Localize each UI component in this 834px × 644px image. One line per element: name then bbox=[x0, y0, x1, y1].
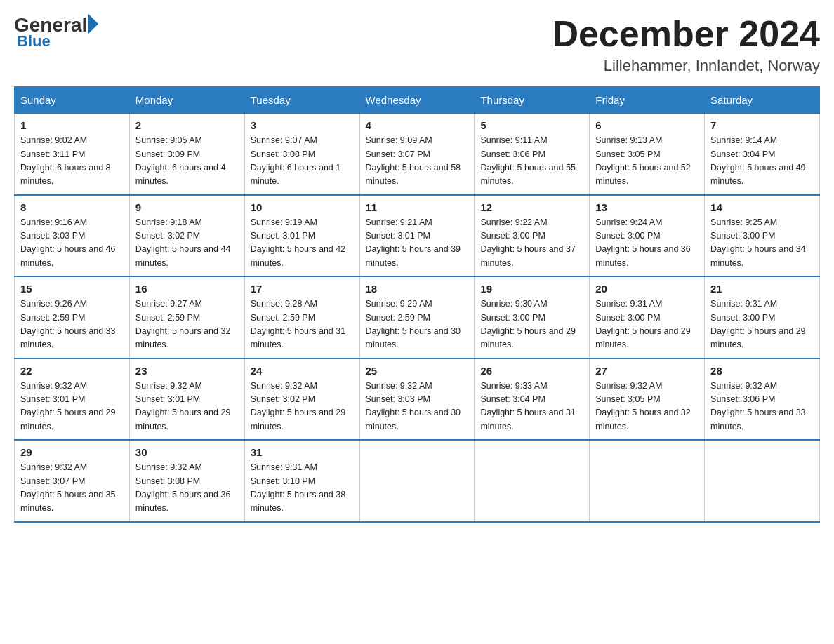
week-row-1: 1 Sunrise: 9:02 AM Sunset: 3:11 PM Dayli… bbox=[15, 114, 820, 195]
day-info: Sunrise: 9:21 AM Sunset: 3:01 PM Dayligh… bbox=[366, 216, 469, 271]
day-number: 16 bbox=[135, 283, 239, 295]
col-friday: Friday bbox=[590, 87, 705, 114]
calendar-cell bbox=[475, 440, 590, 522]
day-info: Sunrise: 9:18 AM Sunset: 3:02 PM Dayligh… bbox=[135, 216, 239, 271]
calendar-cell: 5 Sunrise: 9:11 AM Sunset: 3:06 PM Dayli… bbox=[475, 114, 590, 195]
day-info: Sunrise: 9:31 AM Sunset: 3:00 PM Dayligh… bbox=[595, 297, 699, 352]
day-number: 21 bbox=[710, 283, 814, 295]
day-info: Sunrise: 9:24 AM Sunset: 3:00 PM Dayligh… bbox=[595, 216, 699, 271]
calendar-cell: 4 Sunrise: 9:09 AM Sunset: 3:07 PM Dayli… bbox=[359, 114, 475, 195]
calendar-cell bbox=[705, 440, 820, 522]
day-number: 11 bbox=[366, 201, 469, 213]
week-row-2: 8 Sunrise: 9:16 AM Sunset: 3:03 PM Dayli… bbox=[15, 195, 820, 277]
col-monday: Monday bbox=[129, 87, 244, 114]
week-row-5: 29 Sunrise: 9:32 AM Sunset: 3:07 PM Dayl… bbox=[15, 440, 820, 522]
calendar-cell: 24 Sunrise: 9:32 AM Sunset: 3:02 PM Dayl… bbox=[244, 358, 359, 441]
day-number: 17 bbox=[251, 283, 354, 295]
calendar-cell bbox=[590, 440, 705, 522]
day-info: Sunrise: 9:27 AM Sunset: 2:59 PM Dayligh… bbox=[135, 297, 239, 352]
day-info: Sunrise: 9:07 AM Sunset: 3:08 PM Dayligh… bbox=[251, 134, 354, 189]
day-number: 19 bbox=[480, 283, 583, 295]
day-info: Sunrise: 9:09 AM Sunset: 3:07 PM Dayligh… bbox=[366, 134, 469, 189]
day-info: Sunrise: 9:05 AM Sunset: 3:09 PM Dayligh… bbox=[135, 134, 239, 189]
calendar-cell: 16 Sunrise: 9:27 AM Sunset: 2:59 PM Dayl… bbox=[129, 276, 244, 358]
day-number: 25 bbox=[366, 365, 469, 377]
calendar-cell: 13 Sunrise: 9:24 AM Sunset: 3:00 PM Dayl… bbox=[590, 195, 705, 277]
day-info: Sunrise: 9:31 AM Sunset: 3:00 PM Dayligh… bbox=[710, 297, 814, 352]
day-info: Sunrise: 9:31 AM Sunset: 3:10 PM Dayligh… bbox=[251, 461, 354, 516]
day-info: Sunrise: 9:29 AM Sunset: 2:59 PM Dayligh… bbox=[366, 297, 469, 352]
calendar-cell: 10 Sunrise: 9:19 AM Sunset: 3:01 PM Dayl… bbox=[244, 195, 359, 277]
calendar-cell: 1 Sunrise: 9:02 AM Sunset: 3:11 PM Dayli… bbox=[15, 114, 130, 195]
calendar-cell: 22 Sunrise: 9:32 AM Sunset: 3:01 PM Dayl… bbox=[15, 358, 130, 441]
day-number: 4 bbox=[366, 119, 469, 131]
calendar-cell: 27 Sunrise: 9:32 AM Sunset: 3:05 PM Dayl… bbox=[590, 358, 705, 441]
col-sunday: Sunday bbox=[15, 87, 130, 114]
logo-blue-text: Blue bbox=[17, 32, 51, 51]
day-info: Sunrise: 9:19 AM Sunset: 3:01 PM Dayligh… bbox=[251, 216, 354, 271]
day-info: Sunrise: 9:32 AM Sunset: 3:01 PM Dayligh… bbox=[135, 380, 239, 434]
day-number: 28 bbox=[710, 365, 814, 377]
day-number: 8 bbox=[20, 201, 124, 213]
calendar-cell: 14 Sunrise: 9:25 AM Sunset: 3:00 PM Dayl… bbox=[705, 195, 820, 277]
day-number: 20 bbox=[595, 283, 699, 295]
day-info: Sunrise: 9:32 AM Sunset: 3:08 PM Dayligh… bbox=[135, 461, 239, 516]
calendar-cell: 12 Sunrise: 9:22 AM Sunset: 3:00 PM Dayl… bbox=[475, 195, 590, 277]
calendar-cell: 26 Sunrise: 9:33 AM Sunset: 3:04 PM Dayl… bbox=[475, 358, 590, 441]
day-number: 6 bbox=[595, 119, 699, 131]
day-info: Sunrise: 9:28 AM Sunset: 2:59 PM Dayligh… bbox=[251, 297, 354, 352]
calendar-cell: 30 Sunrise: 9:32 AM Sunset: 3:08 PM Dayl… bbox=[129, 440, 244, 522]
col-tuesday: Tuesday bbox=[244, 87, 359, 114]
day-info: Sunrise: 9:02 AM Sunset: 3:11 PM Dayligh… bbox=[20, 134, 124, 189]
day-number: 23 bbox=[135, 365, 239, 377]
day-number: 5 bbox=[480, 119, 583, 131]
calendar-table: Sunday Monday Tuesday Wednesday Thursday… bbox=[14, 86, 820, 523]
day-info: Sunrise: 9:32 AM Sunset: 3:07 PM Dayligh… bbox=[20, 461, 124, 516]
col-saturday: Saturday bbox=[705, 87, 820, 114]
calendar-cell: 23 Sunrise: 9:32 AM Sunset: 3:01 PM Dayl… bbox=[129, 358, 244, 441]
day-number: 13 bbox=[595, 201, 699, 213]
day-info: Sunrise: 9:32 AM Sunset: 3:05 PM Dayligh… bbox=[595, 380, 699, 434]
day-number: 18 bbox=[366, 283, 469, 295]
day-number: 12 bbox=[480, 201, 583, 213]
day-number: 26 bbox=[480, 365, 583, 377]
month-title: December 2024 bbox=[552, 14, 820, 54]
day-number: 22 bbox=[20, 365, 124, 377]
page-header: General Blue December 2024 Lillehammer, … bbox=[14, 14, 820, 75]
day-number: 2 bbox=[135, 119, 239, 131]
calendar-cell: 11 Sunrise: 9:21 AM Sunset: 3:01 PM Dayl… bbox=[359, 195, 475, 277]
week-row-4: 22 Sunrise: 9:32 AM Sunset: 3:01 PM Dayl… bbox=[15, 358, 820, 441]
calendar-cell: 2 Sunrise: 9:05 AM Sunset: 3:09 PM Dayli… bbox=[129, 114, 244, 195]
calendar-cell bbox=[359, 440, 475, 522]
day-info: Sunrise: 9:14 AM Sunset: 3:04 PM Dayligh… bbox=[710, 134, 814, 189]
day-number: 24 bbox=[251, 365, 354, 377]
day-number: 1 bbox=[20, 119, 124, 131]
calendar-cell: 15 Sunrise: 9:26 AM Sunset: 2:59 PM Dayl… bbox=[15, 276, 130, 358]
calendar-cell: 17 Sunrise: 9:28 AM Sunset: 2:59 PM Dayl… bbox=[244, 276, 359, 358]
calendar-cell: 9 Sunrise: 9:18 AM Sunset: 3:02 PM Dayli… bbox=[129, 195, 244, 277]
calendar-cell: 7 Sunrise: 9:14 AM Sunset: 3:04 PM Dayli… bbox=[705, 114, 820, 195]
title-area: December 2024 Lillehammer, Innlandet, No… bbox=[552, 14, 820, 75]
day-number: 3 bbox=[251, 119, 354, 131]
col-thursday: Thursday bbox=[475, 87, 590, 114]
day-info: Sunrise: 9:13 AM Sunset: 3:05 PM Dayligh… bbox=[595, 134, 699, 189]
day-info: Sunrise: 9:22 AM Sunset: 3:00 PM Dayligh… bbox=[480, 216, 583, 271]
calendar-cell: 19 Sunrise: 9:30 AM Sunset: 3:00 PM Dayl… bbox=[475, 276, 590, 358]
calendar-header-row: Sunday Monday Tuesday Wednesday Thursday… bbox=[15, 87, 820, 114]
day-info: Sunrise: 9:32 AM Sunset: 3:06 PM Dayligh… bbox=[710, 380, 814, 434]
calendar-cell: 20 Sunrise: 9:31 AM Sunset: 3:00 PM Dayl… bbox=[590, 276, 705, 358]
location-title: Lillehammer, Innlandet, Norway bbox=[552, 57, 820, 75]
day-info: Sunrise: 9:26 AM Sunset: 2:59 PM Dayligh… bbox=[20, 297, 124, 352]
calendar-cell: 8 Sunrise: 9:16 AM Sunset: 3:03 PM Dayli… bbox=[15, 195, 130, 277]
day-info: Sunrise: 9:16 AM Sunset: 3:03 PM Dayligh… bbox=[20, 216, 124, 271]
day-info: Sunrise: 9:33 AM Sunset: 3:04 PM Dayligh… bbox=[480, 380, 583, 434]
day-number: 15 bbox=[20, 283, 124, 295]
calendar-cell: 3 Sunrise: 9:07 AM Sunset: 3:08 PM Dayli… bbox=[244, 114, 359, 195]
day-number: 29 bbox=[20, 446, 124, 458]
day-number: 10 bbox=[251, 201, 354, 213]
day-info: Sunrise: 9:32 AM Sunset: 3:02 PM Dayligh… bbox=[251, 380, 354, 434]
day-info: Sunrise: 9:32 AM Sunset: 3:03 PM Dayligh… bbox=[366, 380, 469, 434]
calendar-cell: 21 Sunrise: 9:31 AM Sunset: 3:00 PM Dayl… bbox=[705, 276, 820, 358]
col-wednesday: Wednesday bbox=[359, 87, 475, 114]
day-info: Sunrise: 9:25 AM Sunset: 3:00 PM Dayligh… bbox=[710, 216, 814, 271]
